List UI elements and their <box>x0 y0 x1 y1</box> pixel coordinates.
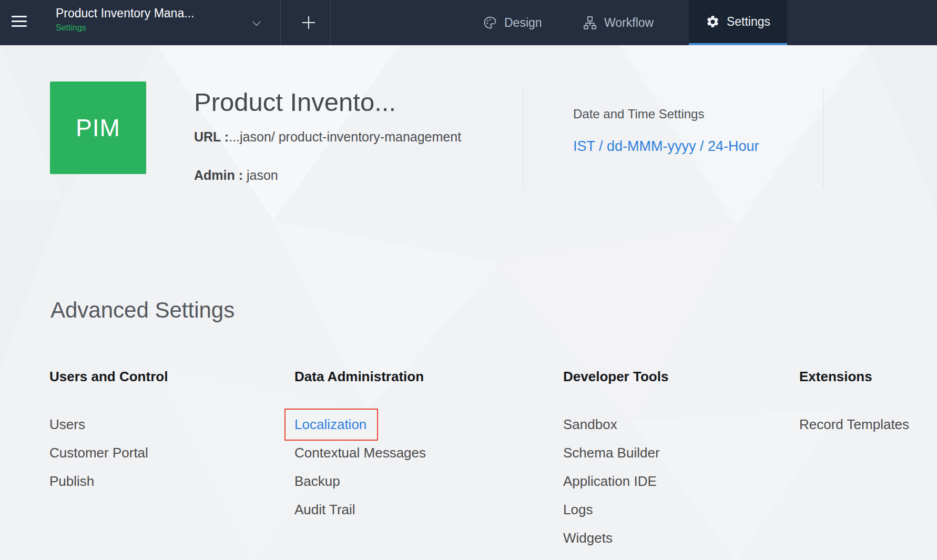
header-divider <box>823 88 823 188</box>
admin-label: Admin : <box>194 168 243 182</box>
localization-highlight-box[interactable]: Localization <box>284 409 378 441</box>
advanced-settings-heading: Advanced Settings <box>50 298 235 323</box>
add-app-button[interactable] <box>287 0 330 45</box>
tab-settings[interactable]: Settings <box>689 0 787 45</box>
gear-icon <box>706 15 720 29</box>
link-publish[interactable]: Publish <box>49 467 168 495</box>
column-extensions: Extensions Record Templates <box>799 369 909 439</box>
link-schema-builder[interactable]: Schema Builder <box>563 439 668 467</box>
app-name-heading: Product Invento... <box>194 87 396 117</box>
nav-design-label: Design <box>504 16 542 30</box>
url-label: URL : <box>194 129 229 144</box>
topbar-divider <box>330 0 331 45</box>
nav-workflow[interactable]: Workflow <box>583 0 654 45</box>
hamburger-menu-button[interactable] <box>12 16 27 27</box>
datetime-settings-link[interactable]: IST / dd-MMM-yyyy / 24-Hour <box>573 138 759 155</box>
nav-workflow-label: Workflow <box>604 16 654 30</box>
link-sandbox[interactable]: Sandbox <box>563 410 668 439</box>
app-subtitle-settings: Settings <box>56 23 194 33</box>
tab-settings-label: Settings <box>727 15 770 29</box>
app-logo-text: PIM <box>76 114 120 142</box>
app-url-line: URL :...jason/ product-inventory-managem… <box>194 129 461 145</box>
app-logo: PIM <box>50 82 146 174</box>
app-title: Product Inventory Mana... <box>56 6 194 21</box>
workflow-icon <box>583 15 597 30</box>
column-data-administration: Data Administration Localization Context… <box>294 369 426 524</box>
url-value: ...jason/ product-inventory-management <box>229 129 461 144</box>
admin-value: jason <box>247 168 278 182</box>
plus-icon <box>300 14 318 32</box>
column-title: Developer Tools <box>563 369 668 384</box>
app-admin-line: Admin : jason <box>194 168 278 183</box>
link-customer-portal[interactable]: Customer Portal <box>49 439 168 467</box>
chevron-down-icon[interactable] <box>250 16 263 32</box>
palette-icon <box>483 15 497 30</box>
link-contextual-messages[interactable]: Contextual Messages <box>294 439 426 467</box>
datetime-settings-title: Date and Time Settings <box>573 107 704 121</box>
column-users-and-control: Users and Control Users Customer Portal … <box>49 369 168 495</box>
link-audit-trail[interactable]: Audit Trail <box>294 495 426 524</box>
column-title: Data Administration <box>294 369 426 384</box>
nav-design[interactable]: Design <box>483 0 542 45</box>
topbar-divider <box>280 0 281 45</box>
link-users[interactable]: Users <box>49 410 168 439</box>
column-developer-tools: Developer Tools Sandbox Schema Builder A… <box>563 369 668 552</box>
column-title: Users and Control <box>49 369 168 384</box>
link-localization-highlighted[interactable]: Localization <box>294 410 426 439</box>
link-application-ide[interactable]: Application IDE <box>563 467 668 495</box>
column-title: Extensions <box>799 369 909 384</box>
link-backup[interactable]: Backup <box>294 467 426 495</box>
link-record-templates[interactable]: Record Templates <box>799 410 909 439</box>
link-logs[interactable]: Logs <box>563 495 668 524</box>
header-divider <box>523 88 524 188</box>
app-switcher[interactable]: Product Inventory Mana... Settings <box>56 6 194 33</box>
topbar: Product Inventory Mana... Settings Desig… <box>0 0 937 45</box>
link-widgets[interactable]: Widgets <box>563 524 668 552</box>
